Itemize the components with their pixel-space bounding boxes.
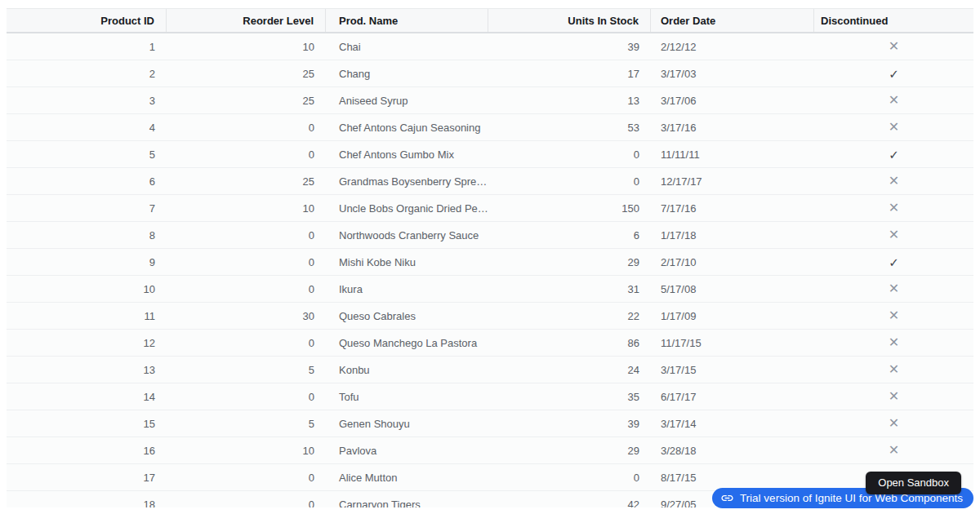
- cell-prod-name[interactable]: Chai: [326, 33, 488, 60]
- cell-reorder-level[interactable]: 0: [167, 114, 326, 140]
- cell-order-date[interactable]: 1/17/09: [651, 303, 814, 329]
- cell-product-id[interactable]: 16: [7, 437, 167, 463]
- cell-discontinued[interactable]: ✕: [814, 168, 973, 194]
- cell-product-id[interactable]: 8: [7, 222, 167, 248]
- cell-units-in-stock[interactable]: 42: [488, 491, 651, 507]
- cell-order-date[interactable]: 3/17/03: [651, 60, 814, 86]
- cell-prod-name[interactable]: Konbu: [326, 357, 488, 383]
- column-header-reorder-level[interactable]: Reorder Level: [167, 9, 326, 32]
- cell-discontinued[interactable]: ✓: [814, 249, 973, 275]
- cell-discontinued[interactable]: ✓: [814, 141, 973, 167]
- cell-product-id[interactable]: 11: [7, 303, 167, 329]
- cell-prod-name[interactable]: Grandmas Boysenberry Spre…: [326, 168, 488, 194]
- cell-units-in-stock[interactable]: 29: [488, 249, 651, 275]
- cell-product-id[interactable]: 2: [7, 60, 167, 86]
- cell-prod-name[interactable]: Uncle Bobs Organic Dried Pe…: [326, 195, 488, 221]
- cell-prod-name[interactable]: Queso Cabrales: [326, 303, 488, 329]
- cell-discontinued[interactable]: ✕: [814, 87, 973, 113]
- cell-prod-name[interactable]: Chef Antons Cajun Seasoning: [326, 114, 488, 140]
- cell-prod-name[interactable]: Pavlova: [326, 437, 488, 463]
- cell-order-date[interactable]: 3/17/16: [651, 114, 814, 140]
- cell-product-id[interactable]: 4: [7, 114, 167, 140]
- cell-product-id[interactable]: 12: [7, 330, 167, 356]
- cell-reorder-level[interactable]: 0: [167, 141, 326, 167]
- cell-units-in-stock[interactable]: 17: [488, 60, 651, 86]
- cell-order-date[interactable]: 5/17/08: [651, 276, 814, 302]
- cell-product-id[interactable]: 5: [7, 141, 167, 167]
- cell-prod-name[interactable]: Ikura: [326, 276, 488, 302]
- cell-units-in-stock[interactable]: 0: [488, 141, 651, 167]
- cell-reorder-level[interactable]: 0: [167, 249, 326, 275]
- cell-product-id[interactable]: 14: [7, 383, 167, 410]
- cell-units-in-stock[interactable]: 6: [488, 222, 651, 248]
- cell-order-date[interactable]: 11/11/11: [651, 141, 814, 167]
- cell-order-date[interactable]: 2/12/12: [651, 33, 814, 60]
- cell-discontinued[interactable]: ✕: [814, 410, 973, 436]
- cell-reorder-level[interactable]: 25: [167, 87, 326, 113]
- cell-product-id[interactable]: 6: [7, 168, 167, 194]
- cell-reorder-level[interactable]: 10: [167, 195, 326, 221]
- cell-discontinued[interactable]: ✕: [814, 437, 973, 463]
- cell-order-date[interactable]: 3/17/14: [651, 410, 814, 436]
- cell-discontinued[interactable]: ✕: [814, 383, 973, 410]
- cell-discontinued[interactable]: ✕: [814, 114, 973, 140]
- cell-prod-name[interactable]: Carnarvon Tigers: [326, 491, 488, 507]
- cell-product-id[interactable]: 3: [7, 87, 167, 113]
- cell-prod-name[interactable]: Chef Antons Gumbo Mix: [326, 141, 488, 167]
- column-header-units-in-stock[interactable]: Units In Stock: [488, 9, 651, 32]
- cell-units-in-stock[interactable]: 0: [488, 168, 651, 194]
- cell-reorder-level[interactable]: 0: [167, 276, 326, 302]
- cell-units-in-stock[interactable]: 29: [488, 437, 651, 463]
- cell-prod-name[interactable]: Genen Shouyu: [326, 410, 488, 436]
- cell-units-in-stock[interactable]: 0: [488, 464, 651, 490]
- cell-reorder-level[interactable]: 0: [167, 330, 326, 356]
- column-header-prod-name[interactable]: Prod. Name: [326, 9, 488, 32]
- cell-prod-name[interactable]: Mishi Kobe Niku: [326, 249, 488, 275]
- cell-discontinued[interactable]: ✕: [814, 195, 973, 221]
- cell-units-in-stock[interactable]: 31: [488, 276, 651, 302]
- cell-prod-name[interactable]: Aniseed Syrup: [326, 87, 488, 113]
- cell-order-date[interactable]: 12/17/17: [651, 168, 814, 194]
- column-header-order-date[interactable]: Order Date: [651, 9, 814, 32]
- cell-units-in-stock[interactable]: 22: [488, 303, 651, 329]
- cell-product-id[interactable]: 15: [7, 410, 167, 436]
- cell-order-date[interactable]: 3/28/18: [651, 437, 814, 463]
- cell-reorder-level[interactable]: 0: [167, 222, 326, 248]
- cell-prod-name[interactable]: Alice Mutton: [326, 464, 488, 490]
- cell-discontinued[interactable]: ✓: [814, 60, 973, 86]
- cell-product-id[interactable]: 1: [7, 33, 167, 60]
- cell-units-in-stock[interactable]: 24: [488, 357, 651, 383]
- cell-prod-name[interactable]: Chang: [326, 60, 488, 86]
- cell-order-date[interactable]: 8/17/15: [651, 464, 814, 490]
- cell-product-id[interactable]: 7: [7, 195, 167, 221]
- cell-units-in-stock[interactable]: 150: [488, 195, 651, 221]
- cell-units-in-stock[interactable]: 39: [488, 33, 651, 60]
- cell-order-date[interactable]: 6/17/17: [651, 383, 814, 410]
- cell-order-date[interactable]: 2/17/10: [651, 249, 814, 275]
- cell-units-in-stock[interactable]: 86: [488, 330, 651, 356]
- cell-product-id[interactable]: 13: [7, 357, 167, 383]
- cell-reorder-level[interactable]: 25: [167, 60, 326, 86]
- cell-reorder-level[interactable]: 0: [167, 464, 326, 490]
- cell-reorder-level[interactable]: 10: [167, 33, 326, 60]
- cell-reorder-level[interactable]: 10: [167, 437, 326, 463]
- cell-reorder-level[interactable]: 5: [167, 357, 326, 383]
- cell-order-date[interactable]: 3/17/06: [651, 87, 814, 113]
- cell-reorder-level[interactable]: 0: [167, 491, 326, 507]
- cell-prod-name[interactable]: Tofu: [326, 383, 488, 410]
- cell-product-id[interactable]: 17: [7, 464, 167, 490]
- cell-order-date[interactable]: 3/17/15: [651, 357, 814, 383]
- cell-units-in-stock[interactable]: 53: [488, 114, 651, 140]
- cell-discontinued[interactable]: ✕: [814, 303, 973, 329]
- cell-units-in-stock[interactable]: 39: [488, 410, 651, 436]
- cell-discontinued[interactable]: ✕: [814, 330, 973, 356]
- open-sandbox-button[interactable]: Open Sandbox: [866, 472, 961, 494]
- cell-discontinued[interactable]: ✕: [814, 276, 973, 302]
- cell-discontinued[interactable]: ✕: [814, 222, 973, 248]
- cell-prod-name[interactable]: Queso Manchego La Pastora: [326, 330, 488, 356]
- cell-discontinued[interactable]: ✕: [814, 33, 973, 60]
- cell-product-id[interactable]: 9: [7, 249, 167, 275]
- cell-reorder-level[interactable]: 30: [167, 303, 326, 329]
- cell-order-date[interactable]: 11/17/15: [651, 330, 814, 356]
- cell-order-date[interactable]: 1/17/18: [651, 222, 814, 248]
